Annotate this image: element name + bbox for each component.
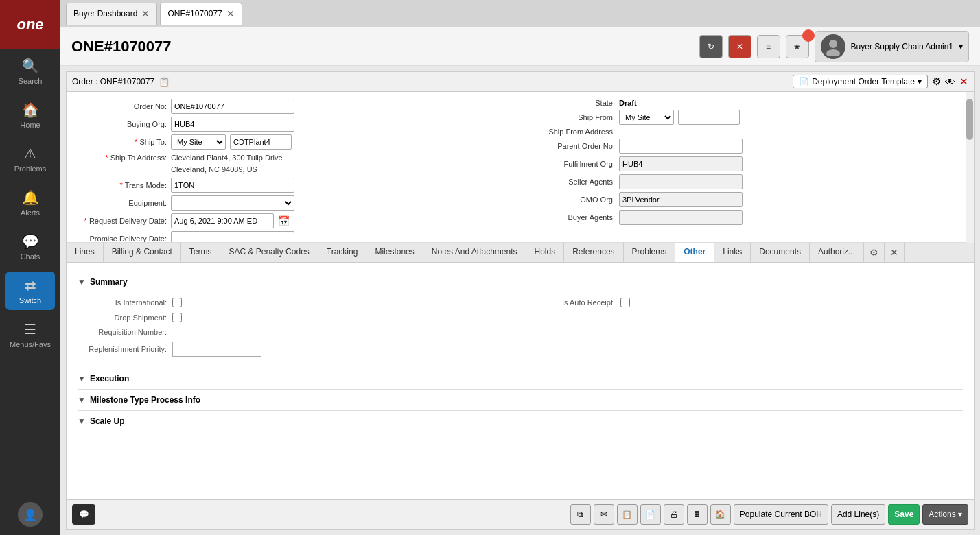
section-summary-header[interactable]: ▼ Summary [78,277,963,287]
close-tab-order[interactable]: ✕ [226,9,235,19]
checkbox-is-international[interactable] [172,298,182,307]
refresh-button[interactable]: ↻ [699,35,723,58]
input-buying-org[interactable] [171,117,294,132]
page-title: ONE#1070077 [71,38,699,56]
tab-terms[interactable]: Terms [181,243,221,263]
field-promise-delivery: Promise Delivery Date: [78,230,515,243]
input-omo-org[interactable] [619,192,743,207]
label-replenishment-priority: Replenishment Priority: [78,345,167,353]
field-trans-mode: Trans Mode: [78,176,515,194]
tab-other[interactable]: Other [675,243,714,263]
tab-notes-attachments[interactable]: Notes And Attachments [423,243,526,263]
field-requisition-number: Requisition Number: [78,328,515,336]
copy-button[interactable]: ⧉ [570,504,591,525]
page-header: ONE#1070077 ↻ ✕ ≡ ★ Buyer Supply C [60,27,980,66]
input-parent-order[interactable] [619,139,743,154]
tab-buyer-dashboard[interactable]: Buyer Dashboard ✕ [66,3,157,25]
main-content: Order : ONE#1070077 📋 📄 Deployment Order… [60,66,980,535]
tab-milestones[interactable]: Milestones [366,243,423,263]
input-ship-to-code[interactable] [230,134,292,150]
calendar-icon[interactable]: 📅 [278,215,290,226]
input-order-no[interactable] [171,99,294,114]
user-menu[interactable]: Buyer Supply Chain Admin1 ▾ [815,31,969,62]
tab-links[interactable]: Links [714,243,751,263]
warning-icon: ⚠ [24,145,36,162]
input-request-delivery[interactable] [171,213,274,228]
form-scrollbar[interactable] [966,92,974,243]
sidebar-item-label: Search [19,77,43,85]
checkbox-is-auto-receipt[interactable] [620,298,630,307]
input-trans-mode[interactable] [171,178,294,193]
print-button[interactable]: 🖨 [664,504,684,525]
user-avatar: 👤 [18,502,43,527]
switch-icon: ⇄ [25,277,36,294]
tab-lines[interactable]: Lines [67,243,104,263]
sidebar-item-home[interactable]: 🏠 Home [0,93,60,137]
clipboard-icon: 📋 [622,510,632,519]
tab-holds[interactable]: Holds [526,243,565,263]
tab-settings-icon[interactable]: ⚙ [864,243,885,262]
menu-button[interactable]: ≡ [757,35,780,58]
sidebar-item-switch[interactable]: ⇄ Switch [5,272,55,310]
input-buyer-agents[interactable] [619,210,743,225]
tab-documents[interactable]: Documents [751,243,810,263]
label-buyer-agents: Buyer Agents: [526,213,615,222]
deployment-template-button[interactable]: 📄 Deployment Order Template ▾ [793,75,928,88]
select-equipment[interactable] [171,195,294,211]
checkbox-drop-shipment[interactable] [172,313,182,322]
input-fulfillment-org[interactable] [619,156,743,171]
home-toolbar-button[interactable]: 🏠 [710,504,731,525]
sidebar-item-alerts[interactable]: 🔔 Alerts [0,181,60,225]
select-ship-to[interactable]: My Site [171,134,226,150]
eye-icon[interactable]: 👁 [945,76,955,88]
tab-close-icon[interactable]: ✕ [885,243,905,262]
tab-billing-contact[interactable]: Billing & Contact [104,243,181,263]
label-ship-from-address: Ship From Address: [526,128,615,136]
input-replenishment-priority[interactable] [172,342,261,357]
search-icon: 🔍 [22,58,39,74]
input-seller-agents[interactable] [619,174,743,189]
populate-boh-button[interactable]: Populate Current BOH [734,504,828,525]
sidebar: one 🔍 Search 🏠 Home ⚠ Problems 🔔 Alerts … [0,0,60,535]
doc-button[interactable]: 📄 [640,504,661,525]
sidebar-item-search[interactable]: 🔍 Search [0,49,60,93]
sidebar-item-menus[interactable]: ☰ Menus/Favs [0,313,60,357]
chat-button[interactable]: 💬 [72,504,95,525]
calc-button[interactable]: 🖩 [687,504,708,525]
add-lines-button[interactable]: Add Line(s) [831,504,885,525]
field-is-international: Is International: [78,298,515,307]
close-panel-icon[interactable]: ✕ [959,75,968,88]
sidebar-item-chats[interactable]: 💬 Chats [0,225,60,269]
select-ship-from[interactable]: My Site [619,110,674,125]
input-promise-delivery[interactable] [171,231,294,243]
app-logo[interactable]: one [0,0,60,49]
sidebar-item-avatar[interactable]: 👤 [0,494,60,535]
clipboard-button[interactable]: 📋 [617,504,638,525]
tab-references[interactable]: References [564,243,623,263]
label-equipment: Equipment: [78,199,167,207]
milestone-section-title: Milestone Type Process Info [90,395,200,405]
section-execution-header[interactable]: ▼ Execution [78,374,963,383]
tab-tracking[interactable]: Tracking [318,243,367,263]
actions-button[interactable]: Actions ▾ [922,504,968,525]
notification-area: ★ [786,35,809,58]
field-ship-to-address: Ship To Address: Cleveland Plant4, 300 T… [78,151,515,176]
section-milestone-header[interactable]: ▼ Milestone Type Process Info [78,395,963,405]
close-button[interactable]: ✕ [728,35,751,58]
svg-point-0 [829,40,837,48]
settings-icon[interactable]: ⚙ [932,75,941,88]
divider-3 [78,410,963,411]
close-tab-buyer-dashboard[interactable]: ✕ [141,9,150,19]
section-scale-up-header[interactable]: ▼ Scale Up [78,416,963,426]
email-button[interactable]: ✉ [594,504,614,525]
sidebar-item-label: Alerts [21,209,40,217]
tab-authorization[interactable]: Authoriz... [810,243,864,263]
label-trans-mode: Trans Mode: [78,181,167,189]
sidebar-item-problems[interactable]: ⚠ Problems [0,137,60,181]
save-button[interactable]: Save [888,504,920,525]
execution-toggle-icon: ▼ [78,374,86,383]
tab-order[interactable]: ONE#1070077 ✕ [160,3,242,25]
tab-problems[interactable]: Problems [624,243,676,263]
tab-sac-penalty[interactable]: SAC & Penalty Codes [220,243,318,263]
input-ship-from-code[interactable] [678,110,740,125]
